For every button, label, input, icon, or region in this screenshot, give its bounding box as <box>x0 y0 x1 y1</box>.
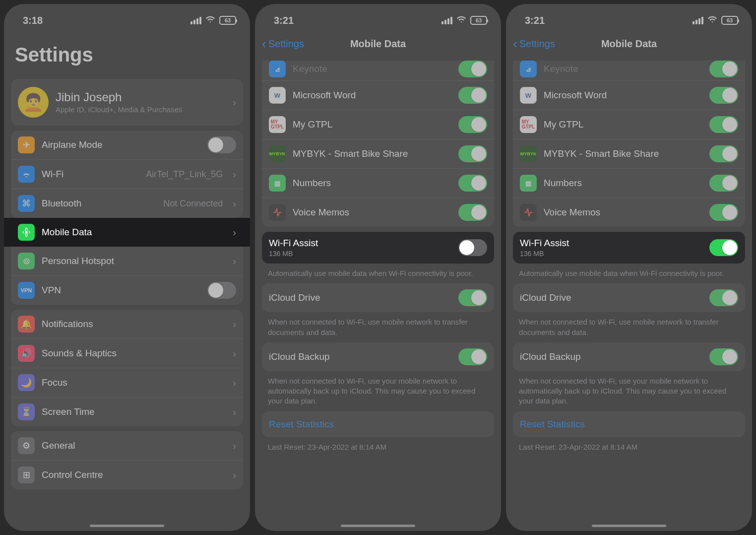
home-indicator[interactable] <box>341 525 415 527</box>
wifi-assist-toggle[interactable] <box>458 239 487 256</box>
bluetooth-detail: Not Connected <box>163 199 223 209</box>
mybyk-cell[interactable]: MYBYK MYBYK - Smart Bike Share <box>262 139 494 169</box>
chevron-right-icon: › <box>233 319 236 330</box>
bluetooth-label: Bluetooth <box>42 198 156 209</box>
wifi-icon <box>205 14 215 27</box>
notifications-group: 🔔 Notifications › 🔊 Sounds & Haptics › 🌙… <box>11 310 243 426</box>
screentime-label: Screen Time <box>42 406 223 417</box>
icloud-drive-group: iCloud Drive <box>262 283 494 312</box>
gtpl-label: My GTPL <box>293 119 451 130</box>
keynote-toggle[interactable] <box>709 61 738 77</box>
numbers-toggle[interactable] <box>709 175 738 192</box>
word-label: Microsoft Word <box>293 90 451 101</box>
nav-title: Mobile Data <box>601 38 657 50</box>
last-reset-footer: Last Reset: 23-Apr-2022 at 8:14 AM <box>255 437 501 452</box>
icloud-drive-toggle[interactable] <box>458 289 487 306</box>
gtpl-icon: MY GTPL <box>269 116 286 133</box>
wifi-assist-sub: 136 MB <box>269 250 451 258</box>
profile-cell[interactable]: 🧑‍🦱 Jibin Joseph Apple ID, iCloud+, Medi… <box>11 79 243 126</box>
mybyk-toggle[interactable] <box>709 145 738 162</box>
gtpl-toggle[interactable] <box>458 116 487 133</box>
sounds-cell[interactable]: 🔊 Sounds & Haptics › <box>11 339 243 368</box>
numbers-toggle[interactable] <box>458 175 487 192</box>
numbers-icon: ▥ <box>520 175 537 192</box>
profile-name: Jibin Joseph <box>56 90 223 104</box>
word-icon: W <box>520 87 537 104</box>
voice-toggle[interactable] <box>458 204 487 221</box>
focus-cell[interactable]: 🌙 Focus › <box>11 368 243 398</box>
numbers-cell[interactable]: ▥ Numbers <box>513 169 745 198</box>
notifications-cell[interactable]: 🔔 Notifications › <box>11 310 243 339</box>
chevron-right-icon: › <box>233 377 236 389</box>
chevron-left-icon: ‹ <box>513 36 517 52</box>
icloud-backup-toggle[interactable] <box>458 348 487 365</box>
chevron-right-icon: › <box>233 227 236 238</box>
mobile-data-cell[interactable]: Mobile Data › <box>4 218 250 247</box>
voice-label: Voice Memos <box>293 207 451 218</box>
bluetooth-cell[interactable]: ⌘ Bluetooth Not Connected › <box>11 189 243 218</box>
gtpl-icon: MY GTPL <box>520 116 537 133</box>
gtpl-cell[interactable]: MY GTPL My GTPL <box>262 110 494 139</box>
focus-icon: 🌙 <box>18 374 35 391</box>
gtpl-toggle[interactable] <box>709 116 738 133</box>
word-cell[interactable]: W Microsoft Word <box>513 81 745 110</box>
wifi-detail: AirTel_TP_Link_5G <box>146 169 223 180</box>
icloud-drive-label: iCloud Drive <box>520 292 702 303</box>
icloud-drive-cell[interactable]: iCloud Drive <box>513 283 745 312</box>
keynote-icon: ⊿ <box>269 61 286 77</box>
sounds-label: Sounds & Haptics <box>42 348 223 359</box>
vpn-label: VPN <box>42 285 200 296</box>
numbers-icon: ▥ <box>269 175 286 192</box>
status-time: 3:21 <box>525 15 545 26</box>
airplane-cell[interactable]: ✈ Airplane Mode <box>11 131 243 160</box>
home-indicator[interactable] <box>592 525 666 527</box>
voice-toggle[interactable] <box>709 204 738 221</box>
icloud-backup-toggle[interactable] <box>709 348 738 365</box>
voice-cell[interactable]: Voice Memos <box>513 198 745 227</box>
home-indicator[interactable] <box>90 525 164 527</box>
wifi-assist-cell[interactable]: Wi-Fi Assist 136 MB <box>513 232 745 264</box>
control-centre-cell[interactable]: ⊞ Control Centre › <box>11 461 243 489</box>
hotspot-cell[interactable]: ⊚ Personal Hotspot › <box>11 247 243 276</box>
control-centre-label: Control Centre <box>42 469 223 480</box>
keynote-toggle[interactable] <box>458 61 487 77</box>
airplane-toggle[interactable] <box>207 136 236 153</box>
hotspot-label: Personal Hotspot <box>42 256 223 267</box>
numbers-cell[interactable]: ▥ Numbers <box>262 169 494 198</box>
airplane-icon: ✈ <box>18 136 35 153</box>
reset-stats-cell[interactable]: Reset Statistics <box>513 411 745 437</box>
general-cell[interactable]: ⚙ General › <box>11 431 243 461</box>
profile-subtitle: Apple ID, iCloud+, Media & Purchases <box>56 105 223 115</box>
wifi-cell[interactable]: Wi-Fi AirTel_TP_Link_5G › <box>11 160 243 189</box>
wifi-assist-toggle[interactable] <box>709 239 738 256</box>
vpn-cell[interactable]: VPN VPN <box>11 276 243 305</box>
keynote-cell[interactable]: ⊿ Keynote <box>262 61 494 81</box>
icloud-backup-cell[interactable]: iCloud Backup <box>262 342 494 371</box>
mybyk-icon: MYBYK <box>520 145 537 162</box>
word-cell[interactable]: W Microsoft Word <box>262 81 494 110</box>
icloud-backup-group: iCloud Backup <box>262 342 494 371</box>
status-icons: 63 <box>693 14 738 27</box>
word-toggle[interactable] <box>709 87 738 104</box>
icloud-drive-toggle[interactable] <box>709 289 738 306</box>
voice-cell[interactable]: Voice Memos <box>262 198 494 227</box>
keynote-cell[interactable]: ⊿ Keynote <box>513 61 745 81</box>
wifi-label: Wi-Fi <box>42 169 139 180</box>
voice-memos-icon <box>520 204 537 221</box>
wifi-assist-group: Wi-Fi Assist 136 MB <box>262 232 494 264</box>
word-toggle[interactable] <box>458 87 487 104</box>
reset-stats-cell[interactable]: Reset Statistics <box>262 411 494 437</box>
mybyk-toggle[interactable] <box>458 145 487 162</box>
icloud-backup-cell[interactable]: iCloud Backup <box>513 342 745 371</box>
mybyk-cell[interactable]: MYBYK MYBYK - Smart Bike Share <box>513 139 745 169</box>
cellular-icon <box>441 17 452 24</box>
phone-settings-screen: 3:18 63 Settings 🧑‍🦱 Jibin Joseph Apple … <box>4 4 250 531</box>
back-button[interactable]: ‹ Settings <box>262 36 304 52</box>
gtpl-cell[interactable]: MY GTPL My GTPL <box>513 110 745 139</box>
vpn-toggle[interactable] <box>207 282 236 299</box>
screentime-cell[interactable]: ⏳ Screen Time › <box>11 398 243 426</box>
icloud-drive-cell[interactable]: iCloud Drive <box>262 283 494 312</box>
back-button[interactable]: ‹ Settings <box>513 36 555 52</box>
wifi-assist-cell[interactable]: Wi-Fi Assist 136 MB <box>262 232 494 264</box>
profile-group: 🧑‍🦱 Jibin Joseph Apple ID, iCloud+, Medi… <box>11 79 243 126</box>
